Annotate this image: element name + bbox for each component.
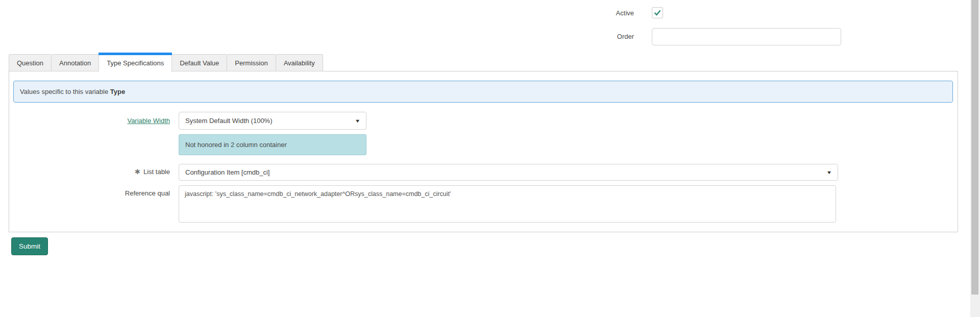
list-table-select-value: Configuration Item [cmdb_ci] [185,168,270,176]
active-checkbox[interactable] [652,7,663,18]
reference-qual-textarea[interactable]: javascript: 'sys_class_name=cmdb_ci_netw… [179,185,836,223]
info-banner: Values specific to this variable Type [13,81,953,103]
variable-width-label-wrap: Variable Width [30,117,170,125]
order-field-label: Order [552,33,634,40]
tab-permission[interactable]: Permission [227,54,276,71]
type-specifications-panel: Values specific to this variable Type Va… [9,71,958,232]
variable-width-select-value: System Default Width (100%) [185,117,273,125]
active-field-label: Active [552,9,634,17]
tab-question[interactable]: Question [9,54,52,71]
vertical-scrollbar-thumb[interactable] [971,0,978,295]
tab-type-specifications[interactable]: Type Specifications [99,54,172,72]
tab-strip: Question Annotation Type Specifications … [9,54,323,71]
dropdown-arrow-icon: ▼ [355,118,361,124]
list-table-select[interactable]: Configuration Item [cmdb_ci] ▼ [179,164,838,181]
vertical-scrollbar-track[interactable] [970,0,980,317]
tab-annotation[interactable]: Annotation [52,54,99,71]
order-input[interactable] [652,28,841,45]
reference-qual-label: Reference qual [30,189,170,197]
list-table-label-wrap: ✱List table [30,168,170,176]
tab-availability[interactable]: Availability [276,54,323,71]
list-table-label: List table [143,168,170,176]
checkmark-icon [654,10,661,16]
variable-width-hint: Not honored in 2 column container [179,134,366,155]
submit-button[interactable]: Submit [11,237,48,255]
variable-width-label[interactable]: Variable Width [127,117,170,125]
info-banner-text: Values specific to this variable [20,88,110,95]
tab-default-value[interactable]: Default Value [172,54,227,71]
mandatory-asterisk-icon: ✱ [135,168,140,176]
info-banner-bold-text: Type [110,88,125,95]
variable-width-select[interactable]: System Default Width (100%) ▼ [179,112,366,130]
dropdown-arrow-icon: ▼ [826,170,832,175]
